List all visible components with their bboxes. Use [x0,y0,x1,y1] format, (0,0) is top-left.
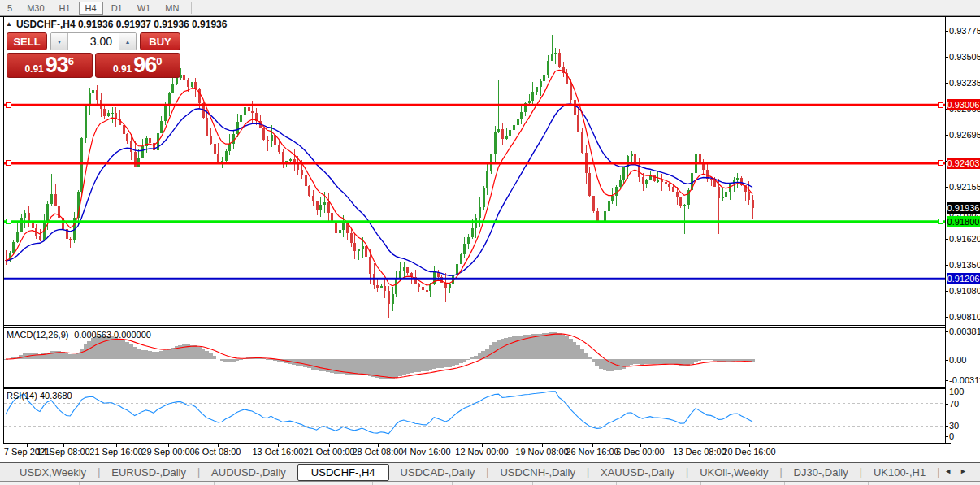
buy-price-sup: 0 [156,56,162,67]
panel-column-separator [79,482,80,485]
chart-tab-usdx-weekly[interactable]: USDX,Weekly [8,465,98,480]
date-axis-label: 12 Nov 00:00 [455,447,508,457]
date-axis-label: 21 Oct 00:00 [304,447,355,457]
sell-price-small: 0.91 [24,64,43,74]
timeframe-button-5[interactable]: 5 [1,2,19,15]
chart-tab-audusd-daily[interactable]: AUDUSD-,Daily [200,465,297,480]
panel-column-separator [868,482,869,485]
price-axis-tick: 0.92155 [949,182,980,192]
date-axis-label: 29 Sep 00:00 [141,447,194,457]
chart-title: ▲ USDCHF-,H4 0.91936 0.91937 0.91936 0.9… [6,19,227,30]
sell-button[interactable]: SELL [7,32,47,50]
chart-tab-xauusd-daily[interactable]: XAUUSD-,Daily [589,465,686,480]
one-click-trade-panel: SELL ▼ 3.00 ▲ BUY 0.91 93 6 0.91 96 0 [7,32,180,78]
rsi-axis-tick: 70 [949,399,980,409]
buy-price-small: 0.91 [113,64,132,74]
panel-column-separator [293,482,293,485]
price-axis-tick: 0.91080 [949,286,980,296]
timeframe-button-m30[interactable]: M30 [20,2,50,15]
panel-column-separator [214,482,215,485]
date-axis-label: 6 Oct 08:00 [195,447,241,457]
timeframe-toolbar: 5M30H1H4D1W1MN [0,0,980,16]
volume-increase-icon[interactable]: ▲ [119,33,136,50]
date-axis-label: 19 Nov 08:00 [515,447,568,457]
price-axis-tick: 0.93505 [949,52,980,62]
date-axis-label: 6 Dec 00:00 [616,447,664,457]
volume-stepper: ▼ 3.00 ▲ [50,32,137,50]
tab-scroll-arrows[interactable]: ◄► [944,467,975,475]
panel-column-separator [532,482,533,485]
chart-tab-ukoil-weekly[interactable]: UKOil-,Weekly [688,465,779,480]
timeframe-button-d1[interactable]: D1 [105,2,129,15]
price-axis-tick: 0.93235 [949,78,980,88]
chart-tab-eurusd-daily[interactable]: EURUSD-,Daily [100,465,197,480]
date-axis-label: 4 Nov 16:00 [402,447,450,457]
price-axis-tick: 0.91350 [949,260,980,270]
macd-axis-tick: 0.003811 [949,327,980,336]
date-axis-label: 13 Oct 16:00 [253,447,304,457]
terminal-panel-edge [0,481,980,485]
chart-title-text: USDCHF-,H4 0.91936 0.91937 0.91936 0.919… [16,19,228,30]
date-axis-label: 14 Sep 08:00 [37,447,89,457]
tab-separator: | [937,466,939,478]
buy-price-tile[interactable]: 0.91 96 0 [95,53,181,78]
tab-scroll-right-icon[interactable]: ► [960,467,975,475]
price-axis-tick: 0.91620 [949,234,980,244]
price-axis-tick: 0.93775 [949,26,980,36]
panel-column-separator [616,482,617,485]
sell-price-tile[interactable]: 0.91 93 6 [7,53,93,78]
timeframe-button-mn[interactable]: MN [158,2,185,15]
symbol-tabbar: USDX,Weekly|EURUSD-,Daily|AUDUSD-,DailyU… [0,462,980,481]
volume-decrease-icon[interactable]: ▼ [51,33,68,50]
rsi-axis-tick: 30 [949,421,980,431]
panel-column-separator [452,482,453,485]
volume-field[interactable]: 3.00 [68,33,119,50]
price-axis-tick: 0.90810 [949,312,980,322]
oneclick-collapse-icon[interactable]: ▲ [6,20,12,28]
sell-price-sup: 6 [68,56,74,67]
chart-tab-usdcnh-daily[interactable]: USDCNH-,Daily [488,465,586,480]
rsi-axis-tick: 0 [949,431,980,441]
tab-scroll-left-icon[interactable]: ◄ [944,467,960,475]
rsi-label: RSI(14) 40.3680 [7,391,72,401]
panel-column-separator [137,482,137,485]
buy-price-big: 96 [133,54,156,76]
panel-column-separator [372,482,373,485]
toolbar-separator [191,2,192,14]
timeframe-button-h4[interactable]: H4 [79,2,103,15]
price-badge-0.93006: 0.93006 [947,99,980,110]
panel-column-separator [784,482,785,485]
price-badge-0.92403: 0.92403 [947,158,980,169]
price-badge-0.91800: 0.91800 [947,216,980,227]
sell-price-big: 93 [46,54,68,76]
chart-tab-uk100-h1[interactable]: UK100-,H1 [862,465,937,480]
date-axis-label: 21 Sep 16:00 [89,447,142,457]
price-badge-0.91206: 0.91206 [947,273,980,284]
date-axis-label: 13 Dec 08:00 [673,447,726,457]
macd-axis-tick: 0.00 [949,355,980,365]
date-axis-label: 20 Dec 16:00 [722,447,775,457]
panel-column-separator [700,482,701,485]
timeframe-button-w1[interactable]: W1 [131,2,158,15]
macd-axis-tick: -0.003115 [949,375,980,385]
rsi-axis-tick: 100 [949,387,980,396]
date-axis-label: 26 Nov 16:00 [566,447,618,457]
macd-label: MACD(12,26,9) -0.000563 0.000000 [7,330,151,340]
price-badge-0.91936: 0.91936 [947,202,980,214]
chart-tab-dj30-daily[interactable]: DJ30-,Daily [783,465,860,480]
chart-tab-usdcad-daily[interactable]: USDCAD-,Daily [389,465,487,480]
date-axis-label: 28 Oct 08:00 [353,447,404,457]
timeframe-button-h1[interactable]: H1 [53,2,77,15]
chart-tab-usdchf-h4[interactable]: USDCHF-,H4 [297,464,389,481]
price-axis-tick: 0.92695 [949,130,980,140]
mt4-terminal: 5M30H1H4D1W1MN ▲ USDCHF-,H4 0.91936 0.91… [0,0,980,485]
buy-button[interactable]: BUY [140,32,180,50]
